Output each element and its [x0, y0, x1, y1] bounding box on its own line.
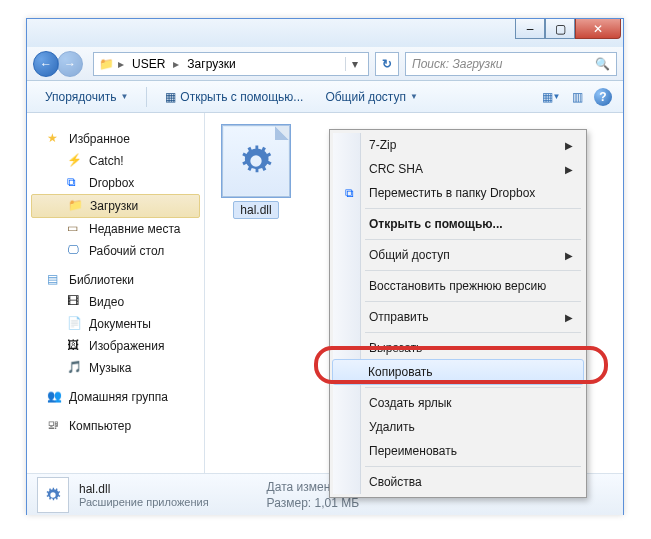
computer-icon: 🖳 [47, 418, 63, 434]
dll-icon [239, 144, 273, 178]
homegroup-icon: 👥 [47, 389, 63, 405]
music-icon: 🎵 [67, 360, 83, 376]
breadcrumb-dropdown[interactable]: ▾ [345, 57, 364, 71]
sidebar-item-videos[interactable]: 🎞Видео [27, 291, 204, 313]
app-icon: ▦ [165, 90, 176, 104]
context-menu: 7-Zip▶ CRC SHA▶ ⧉Переместить в папку Dro… [329, 129, 587, 498]
organize-button[interactable]: Упорядочить ▼ [37, 87, 136, 107]
status-thumb [37, 477, 69, 513]
dropbox-icon: ⧉ [341, 185, 357, 201]
crumb-downloads[interactable]: Загрузки [183, 57, 239, 71]
video-icon: 🎞 [67, 294, 83, 310]
desktop-icon: 🖵 [67, 243, 83, 259]
view-button[interactable]: ▦ ▼ [541, 87, 561, 107]
sidebar-homegroup[interactable]: 👥Домашняя группа [27, 379, 204, 408]
ctx-create-shortcut[interactable]: Создать ярлык [333, 391, 583, 415]
status-filename: hal.dll [79, 482, 209, 496]
sidebar-libraries[interactable]: ▤Библиотеки [27, 262, 204, 291]
help-icon: ? [594, 88, 612, 106]
sidebar-item-dropbox[interactable]: ⧉Dropbox [27, 172, 204, 194]
chevron-right-icon: ▶ [565, 140, 573, 151]
crumb-user[interactable]: USER [128, 57, 169, 71]
library-icon: ▤ [47, 272, 63, 288]
share-button[interactable]: Общий доступ ▼ [317, 87, 426, 107]
search-placeholder: Поиск: Загрузки [412, 57, 503, 71]
chevron-right-icon[interactable]: ▸ [116, 57, 126, 71]
sidebar-item-downloads[interactable]: 📁Загрузки [31, 194, 200, 218]
chevron-down-icon: ▼ [410, 92, 418, 101]
sidebar-item-pictures[interactable]: 🖼Изображения [27, 335, 204, 357]
status-filetype: Расширение приложения [79, 496, 209, 508]
dropbox-icon: ⧉ [67, 175, 83, 191]
folder-icon: 📁 [68, 198, 84, 214]
nav-bar: ← → 📁 ▸ USER ▸ Загрузки ▾ ↻ Поиск: Загру… [27, 47, 623, 81]
status-size-label: Размер: [267, 496, 312, 510]
sidebar-item-recent[interactable]: ▭Недавние места [27, 218, 204, 240]
sidebar-item-music[interactable]: 🎵Музыка [27, 357, 204, 379]
ctx-restore-version[interactable]: Восстановить прежнюю версию [333, 274, 583, 298]
sidebar: ★Избранное ⚡Catch! ⧉Dropbox 📁Загрузки ▭Н… [27, 113, 205, 473]
close-button[interactable]: ✕ [575, 19, 621, 39]
ctx-share[interactable]: Общий доступ▶ [333, 243, 583, 267]
back-button[interactable]: ← [33, 51, 59, 77]
star-icon: ★ [47, 131, 63, 147]
ctx-rename[interactable]: Переименовать [333, 439, 583, 463]
sidebar-computer[interactable]: 🖳Компьютер [27, 408, 204, 437]
sidebar-favorites[interactable]: ★Избранное [27, 121, 204, 150]
sidebar-item-documents[interactable]: 📄Документы [27, 313, 204, 335]
ctx-move-dropbox[interactable]: ⧉Переместить в папку Dropbox [333, 181, 583, 205]
ctx-crcsha[interactable]: CRC SHA▶ [333, 157, 583, 181]
toolbar: Упорядочить ▼ ▦ Открыть с помощью... Общ… [27, 81, 623, 113]
sidebar-item-desktop[interactable]: 🖵Рабочий стол [27, 240, 204, 262]
catch-icon: ⚡ [67, 153, 83, 169]
minimize-button[interactable]: – [515, 19, 545, 39]
chevron-right-icon: ▶ [565, 250, 573, 261]
file-item[interactable]: hal.dll [213, 125, 299, 219]
preview-pane-button[interactable]: ▥ [567, 87, 587, 107]
ctx-properties[interactable]: Свойства [333, 470, 583, 494]
ctx-delete[interactable]: Удалить [333, 415, 583, 439]
forward-button[interactable]: → [57, 51, 83, 77]
search-icon: 🔍 [595, 57, 610, 71]
chevron-right-icon: ▶ [565, 312, 573, 323]
document-icon: 📄 [67, 316, 83, 332]
ctx-send-to[interactable]: Отправить▶ [333, 305, 583, 329]
chevron-down-icon: ▼ [120, 92, 128, 101]
open-with-button[interactable]: ▦ Открыть с помощью... [157, 87, 311, 107]
file-thumb [222, 125, 290, 197]
breadcrumb[interactable]: 📁 ▸ USER ▸ Загрузки ▾ [93, 52, 369, 76]
dll-icon [45, 487, 61, 503]
maximize-button[interactable]: ▢ [545, 19, 575, 39]
ctx-open-with[interactable]: Открыть с помощью... [333, 212, 583, 236]
search-input[interactable]: Поиск: Загрузки 🔍 [405, 52, 617, 76]
refresh-button[interactable]: ↻ [375, 52, 399, 76]
help-button[interactable]: ? [593, 87, 613, 107]
folder-icon: 📁 [98, 56, 114, 72]
sidebar-item-catch[interactable]: ⚡Catch! [27, 150, 204, 172]
chevron-right-icon: ▶ [565, 164, 573, 175]
image-icon: 🖼 [67, 338, 83, 354]
ctx-copy[interactable]: Копировать [332, 359, 584, 385]
ctx-7zip[interactable]: 7-Zip▶ [333, 133, 583, 157]
recent-icon: ▭ [67, 221, 83, 237]
chevron-right-icon[interactable]: ▸ [171, 57, 181, 71]
titlebar: – ▢ ✕ [27, 19, 623, 47]
file-name: hal.dll [233, 201, 278, 219]
ctx-cut[interactable]: Вырезать [333, 336, 583, 360]
